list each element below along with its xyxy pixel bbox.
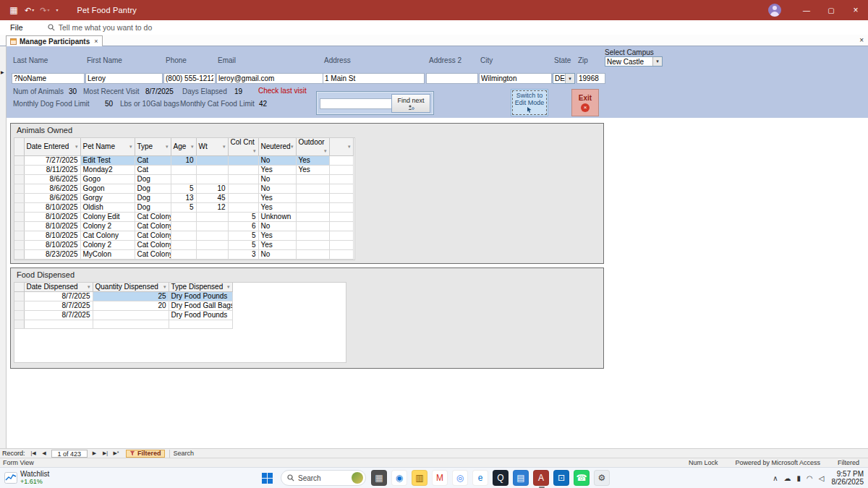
table-cell[interactable]: [24, 320, 93, 329]
campus-select[interactable]: New Castle ▾: [605, 56, 663, 67]
table-cell[interactable]: Cat Colony: [135, 231, 171, 241]
table-cell[interactable]: [171, 166, 196, 175]
column-header[interactable]: Date Dispensed▾: [24, 283, 93, 292]
table-cell[interactable]: 20: [93, 301, 169, 311]
column-header[interactable]: Type Dispensed▾: [169, 283, 232, 292]
column-header[interactable]: Outdoor▾: [296, 138, 329, 156]
photos-icon[interactable]: ◉: [391, 470, 407, 486]
volume-icon[interactable]: ◁: [819, 474, 825, 482]
chevron-up-icon[interactable]: ∧: [773, 474, 778, 482]
tab-manage-participants[interactable]: Manage Participants ×: [6, 35, 103, 46]
table-cell[interactable]: Gorgy: [80, 194, 135, 203]
table-cell[interactable]: [171, 260, 196, 261]
table-cell[interactable]: 8/10/2025: [24, 231, 80, 241]
row-selector[interactable]: [14, 194, 24, 203]
battery-icon[interactable]: ▮: [797, 474, 801, 482]
column-header[interactable]: Quantity Dispensed▾: [93, 283, 169, 292]
table-cell[interactable]: [171, 250, 196, 260]
table-cell[interactable]: [296, 222, 329, 231]
table-row[interactable]: 8/11/2025Monday2CatYesYes: [14, 166, 353, 175]
table-cell[interactable]: [296, 231, 329, 241]
table-cell[interactable]: [228, 166, 258, 175]
column-filter-icon[interactable]: ▾: [88, 283, 90, 291]
table-cell[interactable]: No: [258, 156, 296, 166]
table-cell[interactable]: [171, 175, 196, 184]
table-cell[interactable]: Monday2: [80, 166, 135, 175]
close-button[interactable]: ×: [843, 0, 868, 20]
email-field[interactable]: [216, 73, 323, 84]
account-avatar[interactable]: [768, 4, 781, 17]
maximize-button[interactable]: ▢: [819, 0, 843, 20]
column-header[interactable]: Date Entered▾: [24, 138, 80, 156]
table-cell[interactable]: Dry Food Pounds: [169, 292, 232, 301]
column-header[interactable]: Age▾: [171, 138, 196, 156]
state-select[interactable]: DE ▾: [553, 73, 575, 84]
table-cell[interactable]: [93, 320, 169, 329]
table-cell[interactable]: 12: [196, 203, 228, 213]
table-row[interactable]: 8/10/2025Colony 2Cat Colony6No: [14, 222, 353, 231]
table-cell[interactable]: Yes: [296, 156, 329, 166]
table-cell[interactable]: Dog: [135, 203, 171, 213]
table-cell[interactable]: [24, 260, 80, 261]
table-cell[interactable]: [171, 222, 196, 231]
column-header[interactable]: Wt▾: [196, 138, 228, 156]
table-cell[interactable]: [296, 250, 329, 260]
tell-me-box[interactable]: Tell me what you want to do: [48, 23, 153, 32]
wifi-icon[interactable]: ◠: [807, 474, 813, 482]
table-cell[interactable]: Colony 2: [80, 241, 135, 250]
row-selector[interactable]: [14, 213, 24, 222]
table-cell[interactable]: 8/10/2025: [24, 213, 80, 222]
table-cell[interactable]: Yes: [258, 203, 296, 213]
table-cell[interactable]: Yes: [258, 194, 296, 203]
exit-button[interactable]: Exit ×: [571, 89, 599, 116]
table-cell[interactable]: 8/10/2025: [24, 222, 80, 231]
column-filter-icon[interactable]: ▾: [191, 142, 194, 151]
table-cell[interactable]: MyColon: [80, 250, 135, 260]
column-header[interactable]: Col Cnt▾: [228, 138, 258, 156]
find-next-button[interactable]: Find next: [391, 94, 430, 113]
table-cell[interactable]: Dog: [135, 175, 171, 184]
table-cell[interactable]: 8/23/2025: [24, 250, 80, 260]
table-cell[interactable]: Yes: [258, 166, 296, 175]
edge-icon[interactable]: e: [472, 470, 488, 486]
settings-icon[interactable]: ⚙: [594, 470, 610, 486]
table-cell[interactable]: 8/6/2025: [24, 194, 80, 203]
undo-button[interactable]: ↶▾: [25, 5, 34, 15]
minimize-button[interactable]: —: [794, 0, 819, 20]
table-cell[interactable]: No: [258, 175, 296, 184]
table-cell[interactable]: Cat: [135, 166, 171, 175]
table-cell[interactable]: Oldish: [80, 203, 135, 213]
table-cell[interactable]: [93, 311, 169, 320]
ms-store-icon[interactable]: ▤: [513, 470, 529, 486]
chevron-down-icon[interactable]: ▾: [565, 74, 574, 83]
table-cell[interactable]: 25: [93, 292, 169, 301]
address2-field[interactable]: [426, 73, 478, 84]
column-filter-icon[interactable]: ▾: [166, 142, 169, 151]
table-cell[interactable]: 3: [228, 250, 258, 260]
address-field[interactable]: [323, 73, 425, 84]
table-cell[interactable]: [196, 156, 228, 166]
table-row[interactable]: 8/6/2025GogonDog510No: [14, 184, 353, 194]
table-cell[interactable]: 8/7/2025: [24, 301, 93, 311]
taskbar-search[interactable]: Search: [281, 470, 366, 486]
row-selector[interactable]: [14, 260, 24, 261]
row-selector[interactable]: [14, 175, 24, 184]
table-cell[interactable]: [296, 175, 329, 184]
table-cell[interactable]: Cat Colony: [135, 250, 171, 260]
table-cell[interactable]: 8/7/2025: [24, 311, 93, 320]
switch-edit-mode-button[interactable]: Switch to Edit Mode: [511, 89, 548, 116]
last-name-field[interactable]: [12, 73, 85, 84]
row-selector[interactable]: [14, 184, 24, 194]
table-cell[interactable]: [196, 222, 228, 231]
taskbar-clock[interactable]: 9:57 PM 8/26/2025: [832, 470, 864, 486]
table-cell[interactable]: Yes: [258, 241, 296, 250]
table-cell[interactable]: No: [258, 222, 296, 231]
table-cell[interactable]: [228, 260, 258, 261]
table-cell[interactable]: [228, 194, 258, 203]
access-app-icon[interactable]: ▦: [6, 5, 22, 15]
table-cell[interactable]: [296, 184, 329, 194]
filter-toggle[interactable]: Filtered: [126, 450, 165, 458]
column-filter-icon[interactable]: ▾: [223, 142, 226, 151]
table-cell[interactable]: [196, 250, 228, 260]
table-cell[interactable]: Dog: [135, 194, 171, 203]
